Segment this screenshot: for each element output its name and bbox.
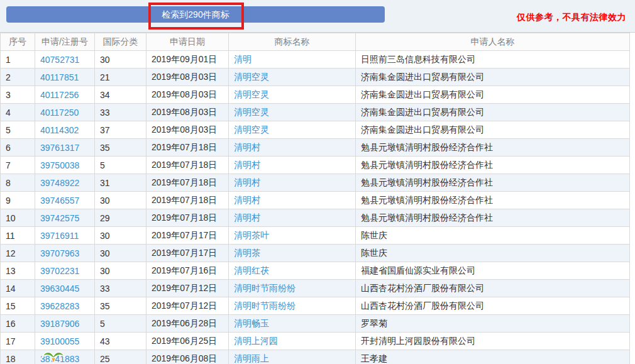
cell-reg-no: 38741883: [35, 350, 95, 364]
table-row: 839748922312019年07月18日清明村勉县元墩镇清明村股份经济合作社: [1, 174, 630, 192]
cell-name: 清明红茯: [229, 262, 356, 280]
reg-no-link[interactable]: 39761317: [40, 143, 79, 153]
cell-date: 2019年06月25日: [146, 333, 229, 350]
cell-name: 清明时节雨纷纷: [229, 280, 356, 297]
search-result-count-button[interactable]: 检索到290件商标: [6, 6, 385, 23]
reg-no-link[interactable]: 40117250: [40, 108, 79, 118]
cell-name: 清明村: [229, 157, 356, 174]
cell-seq: 14: [1, 280, 35, 297]
trademark-name-link[interactable]: 清明雨上: [234, 353, 269, 363]
reg-no-link[interactable]: 39100055: [40, 336, 79, 346]
cell-date: 2019年07月16日: [146, 262, 229, 280]
trademark-name-link[interactable]: 清明上河园: [234, 336, 278, 346]
trademark-name-link[interactable]: 清明村: [234, 160, 260, 170]
trademark-name-link[interactable]: 清明空灵: [234, 107, 269, 117]
table-row: 1239707963302019年07月17日清明茶陈世庆: [1, 245, 630, 262]
trademark-name-link[interactable]: 清明时节雨纷纷: [234, 301, 295, 311]
trademark-name-link[interactable]: 清明村: [234, 195, 260, 205]
cell-reg-no: 39702231: [35, 262, 95, 280]
table-row: 1838741883252019年06月08日清明雨上王孝建: [1, 350, 630, 364]
trademark-name-link[interactable]: 清明时节雨纷纷: [234, 283, 295, 293]
cell-seq: 18: [1, 350, 35, 364]
cell-reg-no: 39630445: [35, 280, 95, 297]
cell-intl-class: 30: [95, 262, 146, 280]
cell-applicant: 济南集金圆进出口贸易有限公司: [356, 86, 630, 104]
reg-no-link[interactable]: 40117256: [40, 90, 79, 100]
cell-intl-class: 35: [95, 139, 146, 157]
cell-reg-no: 40114302: [35, 121, 95, 139]
cell-reg-no: 39742575: [35, 209, 95, 227]
cell-seq: 4: [1, 104, 35, 121]
trademark-name-link[interactable]: 清明空灵: [234, 124, 269, 135]
cell-intl-class: 30: [95, 51, 146, 69]
table-body: 140752731302019年09月01日清明日照前三岛信息科技有限公司240…: [1, 51, 630, 364]
trademark-name-link[interactable]: 清明村: [234, 177, 260, 187]
trademark-name-link[interactable]: 清明茶: [234, 248, 260, 258]
trademark-name-link[interactable]: 清明村: [234, 212, 260, 223]
trademark-name-link[interactable]: 清明村: [234, 142, 260, 152]
cell-name: 清明村: [229, 209, 356, 227]
cell-reg-no: 39628283: [35, 297, 95, 315]
topbar: 检索到290件商标 仅供参考，不具有法律效力: [0, 0, 635, 33]
trademark-name-link[interactable]: 清明空灵: [234, 89, 269, 99]
reg-no-link[interactable]: 39742575: [40, 213, 79, 223]
cell-intl-class: 29: [95, 209, 146, 227]
cell-seq: 17: [1, 333, 35, 350]
cell-intl-class: 34: [95, 86, 146, 104]
trademark-name-link[interactable]: 清明空灵: [234, 72, 269, 82]
cell-seq: 13: [1, 262, 35, 280]
table-row: 240117851212019年08月03日清明空灵济南集金圆进出口贸易有限公司: [1, 69, 630, 86]
trademark-name-link[interactable]: 清明畅玉: [234, 318, 269, 328]
reg-no-link[interactable]: 38741883: [40, 354, 79, 364]
cell-date: 2019年08月03日: [146, 121, 229, 139]
table-row: 639761317352019年07月18日清明村勉县元墩镇清明村股份经济合作社: [1, 139, 630, 157]
table-row: 1439630445332019年07月12日清明时节雨纷纷山西杏花村汾酒厂股份…: [1, 280, 630, 297]
trademark-name-link[interactable]: 清明: [234, 54, 251, 64]
cell-date: 2019年07月18日: [146, 192, 229, 209]
cell-reg-no: 39187906: [35, 315, 95, 333]
reg-no-link[interactable]: 39628283: [40, 301, 79, 311]
cell-applicant: 勉县元墩镇清明村股份经济合作社: [356, 157, 630, 174]
cell-name: 清明茶: [229, 245, 356, 262]
trademark-name-link[interactable]: 清明红茯: [234, 265, 269, 275]
cell-intl-class: 30: [95, 192, 146, 209]
cell-seq: 10: [1, 209, 35, 227]
table-row: 440117250332019年08月03日清明空灵济南集金圆进出口贸易有限公司: [1, 104, 630, 121]
reg-no-link[interactable]: 40114302: [40, 125, 79, 135]
cell-date: 2019年07月18日: [146, 209, 229, 227]
table-row: 1139716911302019年07月17日清明茶叶陈世庆: [1, 227, 630, 245]
trademark-name-link[interactable]: 清明茶叶: [234, 230, 269, 240]
reg-no-link[interactable]: 39187906: [40, 319, 79, 329]
reg-no-link[interactable]: 39702231: [40, 266, 79, 276]
header-reg-no: 申请/注册号: [35, 33, 95, 51]
reg-no-link[interactable]: 39630445: [40, 284, 79, 294]
reg-no-link[interactable]: 39748922: [40, 178, 79, 188]
cell-name: 清明村: [229, 139, 356, 157]
cell-name: 清明茶叶: [229, 227, 356, 245]
cell-applicant: 济南集金圆进出口贸易有限公司: [356, 104, 630, 121]
cell-applicant: 日照前三岛信息科技有限公司: [356, 51, 630, 69]
cell-seq: 6: [1, 139, 35, 157]
cell-seq: 5: [1, 121, 35, 139]
reg-no-link[interactable]: 39750038: [40, 160, 79, 170]
cell-reg-no: 40117256: [35, 86, 95, 104]
reg-no-link[interactable]: 40752731: [40, 55, 79, 65]
disclaimer-text: 仅供参考，不具有法律效力: [517, 12, 626, 23]
cell-reg-no: 39716911: [35, 227, 95, 245]
table-row: 1739100055432019年06月25日清明上河园开封清明上河园股份有限公…: [1, 333, 630, 350]
reg-no-link[interactable]: 39716911: [40, 231, 79, 241]
reg-no-link[interactable]: 40117851: [40, 72, 79, 82]
cell-applicant: 山西杏花村汾酒厂股份有限公司: [356, 280, 630, 297]
reg-no-link[interactable]: 39707963: [40, 248, 79, 258]
cell-reg-no: 40117250: [35, 104, 95, 121]
cell-name: 清明空灵: [229, 86, 356, 104]
header-applicant: 申请人名称: [356, 33, 630, 51]
cell-name: 清明畅玉: [229, 315, 356, 333]
cell-seq: 15: [1, 297, 35, 315]
cell-date: 2019年07月18日: [146, 174, 229, 192]
cell-date: 2019年07月17日: [146, 245, 229, 262]
reg-no-link[interactable]: 39746557: [40, 196, 79, 206]
cell-applicant: 勉县元墩镇清明村股份经济合作社: [356, 192, 630, 209]
cell-applicant: 济南集金圆进出口贸易有限公司: [356, 69, 630, 86]
table-row: 1039742575292019年07月18日清明村勉县元墩镇清明村股份经济合作…: [1, 209, 630, 227]
